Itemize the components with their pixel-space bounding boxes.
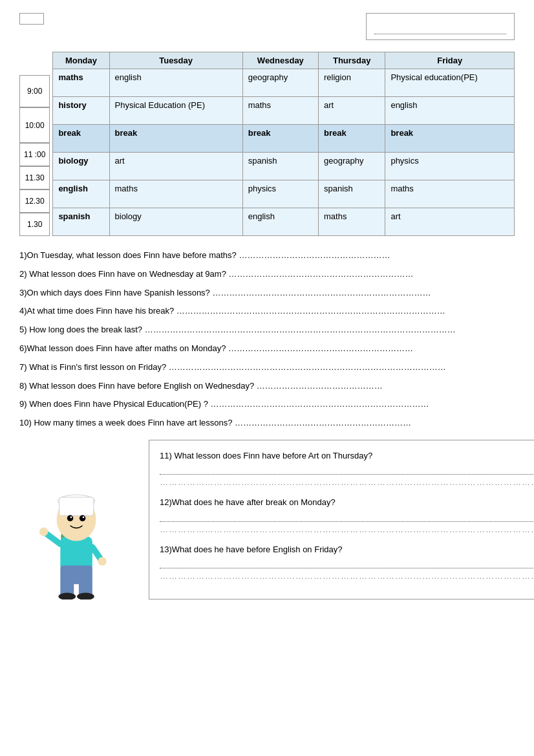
column-header: Thursday [319,52,385,69]
time-cell: 1.30 [19,213,50,236]
question-item: 5) How long does the break last? …………………… [19,323,515,337]
answer-dots: …………………………………………………………………………………………………………… [160,524,534,534]
table-cell: biology [109,208,242,236]
table-cell: Physical Education (PE) [109,97,242,125]
column-header: Friday [385,52,515,69]
table-cell: art [109,153,242,180]
table-cell: maths [109,180,242,208]
answer-dots: …………………………………………………………………………………………………………… [160,571,534,581]
table-cell: maths [53,69,109,97]
table-cell: Physical education(PE) [385,69,515,97]
page-title [19,13,44,25]
table-cell: english [109,69,242,97]
question-item: 2) What lesson does Finn have on Wednesd… [19,268,515,281]
table-cell: art [385,208,515,236]
name-line[interactable] [374,25,506,34]
table-cell: english [242,208,318,236]
table-row: mathsenglishgeographyreligionPhysical ed… [53,69,515,97]
timetable: MondayTuesdayWednesdayThursdayFriday mat… [52,52,515,236]
table-cell: biology [53,153,109,180]
bonus-question-text: 11) What lesson does Finn have before Ar… [160,449,534,462]
bonus-question: 13)What does he have before English on F… [160,543,534,581]
column-header: Tuesday [109,52,242,69]
character-illustration [26,470,129,599]
question-item: 3)On which days does Finn have Spanish l… [19,286,515,300]
time-cell: 10:00 [19,107,50,143]
svg-point-13 [98,557,106,566]
time-cell: 9:00 [19,75,50,107]
svg-point-9 [83,517,85,519]
question-item: 4)At what time does Finn have his break?… [19,305,515,318]
time-column: 9:0010:0011 :0011.3012.301.30 [19,75,50,236]
table-cell: break [109,125,242,153]
bonus-question: 12)What does he have after break on Mond… [160,496,534,534]
column-header: Wednesday [242,52,318,69]
svg-point-11 [39,528,48,536]
bottom-section: 11) What lesson does Finn have before Ar… [19,440,515,600]
name-box [366,13,515,40]
table-cell: break [319,125,385,153]
table-row: spanishbiologyenglishmathsart [53,208,515,236]
table-cell: maths [242,97,318,125]
svg-rect-2 [60,537,92,570]
question-item: 1)On Tuesday, what lesson does Finn have… [19,249,515,263]
header [19,13,515,40]
question-item: 10) How many times a week does Finn have… [19,416,515,430]
table-cell: physics [385,153,515,180]
bonus-box: 11) What lesson does Finn have before Ar… [149,440,534,600]
answer-line[interactable] [160,464,534,475]
table-row: biologyartspanishgeographyphysics [53,153,515,180]
table-row: englishmathsphysicsspanishmaths [53,180,515,208]
table-row: historyPhysical Education (PE)mathsarten… [53,97,515,125]
table-cell: break [385,125,515,153]
table-cell: maths [319,208,385,236]
question-item: 6)What lesson does Finn have after maths… [19,342,515,356]
answer-line[interactable] [160,512,534,522]
table-cell: geography [319,153,385,180]
table-cell: english [385,97,515,125]
svg-rect-5 [59,497,93,516]
column-header: Monday [53,52,109,69]
table-cell: maths [385,180,515,208]
bonus-question-text: 13)What does he have before English on F… [160,543,534,556]
svg-point-7 [80,515,86,522]
question-item: 9) When does Finn have Physical Educatio… [19,398,515,411]
table-cell: break [242,125,318,153]
table-row: breakbreakbreakbreakbreak [53,125,515,153]
bonus-question: 11) What lesson does Finn have before Ar… [160,449,534,488]
table-cell: break [53,125,109,153]
table-cell: religion [319,69,385,97]
time-cell: 11.30 [19,166,50,189]
svg-point-8 [70,517,72,519]
question-item: 8) What lesson does Finn have before Eng… [19,380,515,393]
table-cell: physics [242,180,318,208]
table-cell: spanish [242,153,318,180]
question-item: 7) What is Finn's first lesson on Friday… [19,361,515,374]
table-cell: art [319,97,385,125]
table-cell: geography [242,69,318,97]
time-cell: 12.30 [19,189,50,213]
timetable-wrapper: 9:0010:0011 :0011.3012.301.30 MondayTues… [19,52,515,236]
table-cell: english [53,180,109,208]
table-cell: history [53,97,109,125]
bonus-question-text: 12)What does he have after break on Mond… [160,496,534,509]
table-cell: spanish [319,180,385,208]
answer-dots: …………………………………………………………………………………………………………… [160,477,534,487]
svg-point-6 [67,515,74,522]
table-cell: spanish [53,208,109,236]
time-cell: 11 :00 [19,143,50,166]
character-area [19,440,136,600]
answer-line[interactable] [160,558,534,568]
questions-section: 1)On Tuesday, what lesson does Finn have… [19,249,515,430]
